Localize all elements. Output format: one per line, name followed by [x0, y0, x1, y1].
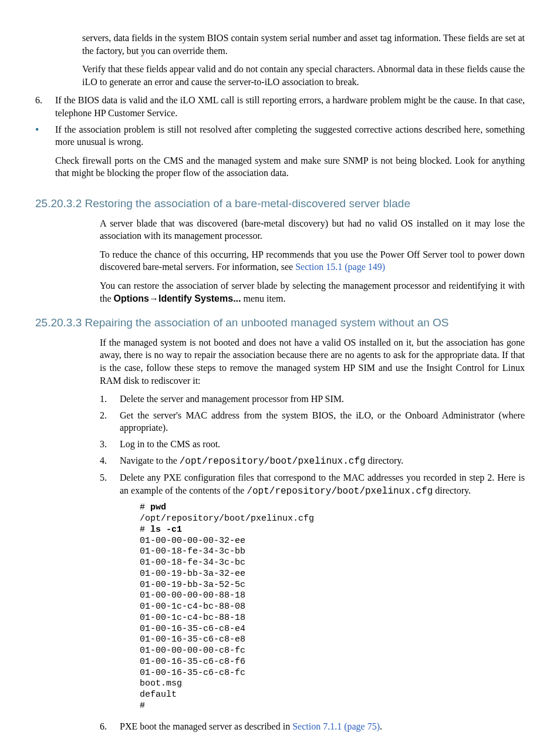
text: Navigate to the	[120, 455, 180, 465]
step-text: Log in to the CMS as root.	[120, 438, 525, 451]
code-path: /opt/repository/boot/pxelinux.cfg	[247, 486, 433, 497]
bullet-icon: •	[35, 123, 55, 185]
step-text: Delete the server and management process…	[120, 393, 525, 406]
menu-name: Options	[114, 293, 149, 303]
text: directory.	[366, 455, 404, 465]
section-heading: 25.20.3.2 Restoring the association of a…	[35, 196, 525, 211]
code-path: /opt/repository/boot/pxelinux.cfg	[180, 456, 366, 467]
step-number: 6.	[35, 94, 55, 119]
list-item: • If the association problem is still no…	[35, 123, 525, 185]
step-number: 5.	[100, 471, 120, 716]
list-item: 1. Delete the server and management proc…	[100, 393, 525, 406]
step-text: If the BIOS data is valid and the iLO XM…	[55, 94, 525, 119]
arrow-icon: →	[149, 293, 158, 303]
text: If the association problem is still not …	[55, 124, 525, 147]
text: .	[380, 721, 382, 731]
step-text: Navigate to the /opt/repository/boot/pxe…	[120, 454, 525, 468]
step-continuation: servers, data fields in the system BIOS …	[82, 32, 525, 88]
step-number: 1.	[100, 393, 120, 406]
step-number: 4.	[100, 454, 120, 468]
bullet-text: If the association problem is still not …	[55, 123, 525, 185]
list-item: 4. Navigate to the /opt/repository/boot/…	[100, 454, 525, 468]
cross-reference-link[interactable]: Section 7.1.1 (page 75)	[292, 721, 380, 731]
bullet-list: • If the association problem is still no…	[35, 123, 525, 185]
list-item: 6. PXE boot the managed server as descri…	[100, 720, 525, 733]
paragraph: Check firewall ports on the CMS and the …	[55, 154, 525, 180]
ordered-list: 6. If the BIOS data is valid and the iLO…	[35, 94, 525, 119]
menu-name: Identify Systems...	[158, 293, 241, 303]
paragraph: servers, data fields in the system BIOS …	[82, 32, 525, 57]
cross-reference-link[interactable]: Section 15.1 (page 149)	[295, 262, 385, 272]
step-number: 6.	[100, 720, 120, 733]
list-item: 5. Delete any PXE configuration files th…	[100, 471, 525, 716]
step-number: 3.	[100, 438, 120, 451]
text: directory.	[433, 485, 471, 495]
text: menu item.	[241, 293, 285, 303]
step-text: PXE boot the managed server as described…	[120, 720, 525, 733]
list-item: 3. Log in to the CMS as root.	[100, 438, 525, 451]
step-text: Delete any PXE configuration files that …	[120, 471, 525, 716]
section-body: If the managed system is not booted and …	[100, 336, 525, 733]
section-heading: 25.20.3.3 Repairing the association of a…	[35, 315, 525, 330]
paragraph: To reduce the chance of this occurring, …	[100, 248, 525, 274]
paragraph: A server blade that was discovered (bare…	[100, 217, 525, 242]
code-block: # pwd /opt/repository/boot/pxelinux.cfg …	[140, 502, 525, 711]
paragraph: If the managed system is not booted and …	[100, 336, 525, 387]
list-item: 2. Get the server's MAC address from the…	[100, 409, 525, 434]
paragraph: You can restore the association of serve…	[100, 279, 525, 305]
step-text: Get the server's MAC address from the sy…	[120, 409, 525, 434]
paragraph: Verify that these fields appear valid an…	[82, 63, 525, 88]
ordered-list: 1. Delete the server and management proc…	[100, 393, 525, 733]
list-item: 6. If the BIOS data is valid and the iLO…	[35, 94, 525, 119]
text: PXE boot the managed server as described…	[120, 721, 292, 731]
step-number: 2.	[100, 409, 120, 434]
section-body: A server blade that was discovered (bare…	[100, 217, 525, 305]
